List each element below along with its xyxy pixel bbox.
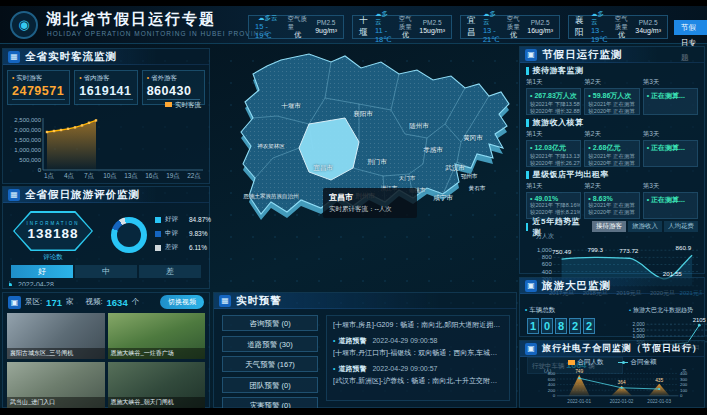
weather-card-shiyan: 十堰 ☁多云 11 - 18℃ 空气质量 优 PM2.5 15ug/m³ xyxy=(352,15,452,39)
tab-mid-reviews[interactable]: 中 xyxy=(75,265,137,278)
svg-text:1,500,000: 1,500,000 xyxy=(14,137,41,143)
map-label: 天门市 xyxy=(399,175,416,182)
switch-video-button[interactable]: 切换视频 xyxy=(160,295,204,309)
svg-text:1,000,000: 1,000,000 xyxy=(14,147,41,153)
map-label: 襄阳市 xyxy=(353,110,373,119)
map-label: 荆门市 xyxy=(367,158,387,167)
section-bar xyxy=(526,171,529,179)
map-label: 孝感市 xyxy=(423,146,443,155)
panel-contract-monitor: ▣ 旅行社电子合同监测（节假日出行） 合同人数 合同金额 (人) 元 800 6… xyxy=(519,340,705,408)
day-stat-box: 12.03亿元 较2021年 下降13.13% 较2020年 增长26.27% xyxy=(526,140,581,167)
tab-trend-percapita[interactable]: 人均花费 xyxy=(664,221,698,232)
grid-icon: ▦ xyxy=(8,51,20,63)
alert-list[interactable]: [十堰市,房县]-G209：畅通；南向北,郧阳大道附近拥堵。所属景区：房县观音洞… xyxy=(326,315,510,401)
map-label: 神农架林区 xyxy=(257,143,285,150)
tab-road-alerts[interactable]: 道路预警 (30) xyxy=(222,336,318,352)
contract-icon: ▣ xyxy=(525,343,537,355)
tab-trend-income[interactable]: 旅游收入 xyxy=(628,221,662,232)
review-donut-chart xyxy=(111,217,147,253)
section-visitors: 接待游客监测 第1天 267.83万人次 较2021年 下降13.58% 较20… xyxy=(520,63,704,115)
panel-bus-monitor: ▣ 旅游大巴监测 车辆总数 1 0 8 2 2 辆 行驶中车辆 1664 辆 旅… xyxy=(519,277,705,337)
svg-text:2,000: 2,000 xyxy=(632,322,644,327)
contract-legend: 合同人数 合同金额 xyxy=(520,357,704,367)
dashboard-background: ◉ 湖北省节假日运行专题 HOLIDAY OPERATION MONITORIN… xyxy=(0,6,707,408)
map-tooltip: 宜昌市 实时累计客流：--人次 xyxy=(323,188,417,218)
grid-icon: ▦ xyxy=(8,189,20,201)
video-feed[interactable]: 恩施大峡谷_一炷香广场 xyxy=(108,313,206,359)
section-bar xyxy=(526,67,529,75)
tab-weather-alerts[interactable]: 天气预警 (167) xyxy=(222,356,318,372)
tab-good-reviews[interactable]: 好 xyxy=(11,265,73,278)
panel-reviews: ▦ 全省假日旅游评价监测 INFORMATION 138188 评论数 好评84… xyxy=(2,186,210,289)
svg-text:2105: 2105 xyxy=(693,317,707,323)
weather-icon: ☁多云 xyxy=(258,14,278,22)
svg-text:435: 435 xyxy=(655,378,663,383)
svg-text:750.49: 750.49 xyxy=(552,248,572,255)
tab-team-alerts[interactable]: 团队预警 (0) xyxy=(222,377,318,393)
panel-video-monitor: ▣ 景区: 171 家 视频: 1634 个 切换视频 襄阳古城东区_三号闸机 … xyxy=(2,292,210,408)
panel-realtime-flow: ▦ 全省实时客流监测 实时游客 2479571 省内游客 1619141 省外游… xyxy=(2,48,210,184)
svg-text:2022-01-03: 2022-01-03 xyxy=(647,399,671,404)
svg-text:201.55: 201.55 xyxy=(663,270,683,277)
review-item[interactable]: 2022-04-28 中国玫城-汉城景区：景区还是很不错的，景区里面的美食也较多… xyxy=(9,281,205,286)
province-map[interactable]: 十堰市 神农架林区 襄阳市 随州市 荆门市 孝感市 武汉市 黄冈市 鄂州市 黄石… xyxy=(213,46,515,286)
map-label: 咸宁市 xyxy=(433,194,453,203)
panel-realtime-header: ▦ 全省实时客流监测 xyxy=(3,49,209,65)
panel-bus-header: ▣ 旅游大巴监测 xyxy=(520,278,704,294)
panel-holiday-monitor: ▣ 节假日运行监测 接待游客监测 第1天 267.83万人次 较2021年 下降… xyxy=(519,46,705,274)
video-monitor-header: ▣ 景区: 171 家 视频: 1634 个 切换视频 xyxy=(3,293,209,311)
svg-text:400: 400 xyxy=(548,382,556,387)
tab-disaster-alerts[interactable]: 灾害预警 (0) xyxy=(222,397,318,408)
day-stat-box: 59.86万人次 较2021年 正在测算 较2020年 正在测算 xyxy=(584,88,639,115)
svg-text:860.9: 860.9 xyxy=(676,244,692,251)
svg-text:600: 600 xyxy=(542,261,553,267)
video-feed[interactable]: 襄阳古城东区_三号闸机 xyxy=(7,313,105,359)
tab-trend-visitors[interactable]: 接待游客 xyxy=(592,221,626,232)
day-stat-box: 2.68亿元 较2021年 正在测算 较2020年 正在测算 xyxy=(584,140,639,167)
svg-text:1,000: 1,000 xyxy=(537,247,553,253)
svg-text:2,000,000: 2,000,000 xyxy=(14,127,41,133)
map-label: 恩施土家族苗族自治州 xyxy=(244,193,299,200)
panel-alerts: ▦ 实时预警 咨询预警 (0) 道路预警 (30) 天气预警 (167) 团队预… xyxy=(213,292,517,408)
review-list: 2022-04-28 中国玫城-汉城景区：景区还是很不错的，景区里面的美食也较多… xyxy=(9,281,205,286)
monitor-icon: ▣ xyxy=(525,49,537,61)
day-stat-box: 正在测算... xyxy=(643,88,698,115)
map-label: 武汉市 xyxy=(445,164,465,173)
svg-text:749: 749 xyxy=(575,369,583,374)
svg-text:7点: 7点 xyxy=(84,172,95,179)
svg-text:800: 800 xyxy=(542,254,553,260)
legend-swatch xyxy=(155,245,161,251)
bus-icon: ▣ xyxy=(525,280,537,292)
legend-swatch xyxy=(568,360,575,365)
weather-icon: ☁多云 xyxy=(591,10,608,26)
svg-text:100: 100 xyxy=(680,388,688,393)
weather-card-xiangyang: 襄阳 ☁多云 13 - 19℃ 空气质量 优 PM2.5 34ug/m³ xyxy=(568,15,668,39)
contract-chart: (人) 元 800 600 400 200 0 400 300 200 100 … xyxy=(520,367,704,407)
svg-text:19点: 19点 xyxy=(166,172,180,179)
bullet-icon: • xyxy=(333,337,335,344)
panel-contract-header: ▣ 旅行社电子合同监测（节假日出行） xyxy=(520,341,704,357)
svg-text:0: 0 xyxy=(680,393,683,398)
holiday-topic-button[interactable]: 节假日专题 xyxy=(674,20,707,35)
svg-text:200: 200 xyxy=(680,382,688,387)
svg-text:200: 200 xyxy=(548,388,556,393)
video-feed[interactable]: 恩施大峡谷_朝天门闸机 xyxy=(108,362,206,408)
svg-text:300: 300 xyxy=(680,377,688,382)
panel-alerts-header: ▦ 实时预警 xyxy=(214,293,516,309)
alert-item: •道路预警2022-04-29 09:00:58 [十堰市,丹江口市]-福银线：… xyxy=(333,336,503,358)
svg-text:800: 800 xyxy=(548,371,556,376)
section-bar xyxy=(526,119,529,127)
map-label: 黄石市 xyxy=(469,185,486,192)
day-stat-box: 8.63% 较2021年 正在测算 较2020年 正在测算 xyxy=(584,192,639,219)
tab-bad-reviews[interactable]: 差 xyxy=(139,265,201,278)
tab-consult-alerts[interactable]: 咨询预警 (0) xyxy=(222,315,318,331)
svg-text:600: 600 xyxy=(548,377,556,382)
map-label: 鄂州市 xyxy=(461,173,478,180)
svg-text:500,000: 500,000 xyxy=(19,157,41,163)
video-feed[interactable]: 武当山_进门入口 xyxy=(7,362,105,408)
weather-icon: ☁多云 xyxy=(483,10,500,26)
weather-card-wuhan: ☁多云 15 - 19℃ 空气质量 优 PM2.5 9ug/m³ xyxy=(248,15,344,39)
svg-text:799.3: 799.3 xyxy=(587,246,603,253)
panel-reviews-header: ▦ 全省假日旅游评价监测 xyxy=(3,187,209,203)
svg-text:2,500,000: 2,500,000 xyxy=(14,117,41,123)
